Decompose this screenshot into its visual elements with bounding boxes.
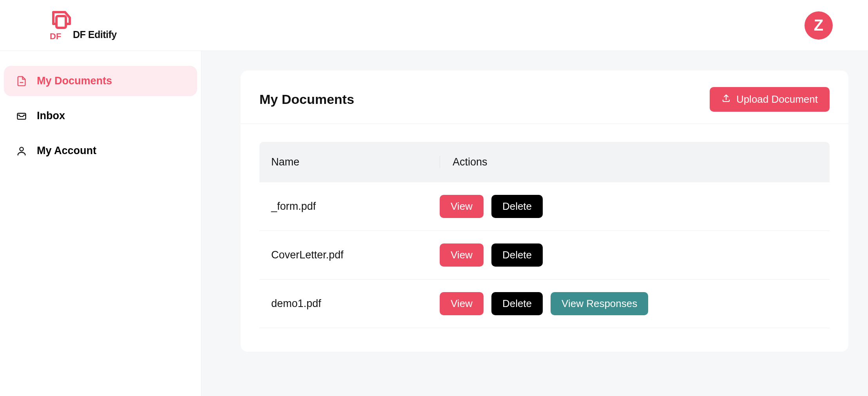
table-row: CoverLetter.pdf View Delete (259, 231, 830, 280)
table-head: Name Actions (259, 142, 830, 182)
sidebar-item-my-account[interactable]: My Account (4, 136, 197, 166)
document-name: _form.pdf (271, 200, 440, 213)
documents-table: Name Actions _form.pdf View Delete Cover… (259, 142, 830, 328)
view-button[interactable]: View (440, 195, 484, 218)
svg-rect-0 (56, 16, 66, 28)
panel-header: My Documents Upload Document (241, 71, 848, 124)
inbox-icon (16, 111, 27, 122)
brand-logo[interactable]: DF DF Editify (48, 10, 117, 41)
document-name: CoverLetter.pdf (271, 249, 440, 261)
svg-text:DF: DF (50, 31, 61, 41)
avatar-initial: Z (814, 16, 823, 34)
table-row: _form.pdf View Delete (259, 182, 830, 231)
view-button[interactable]: View (440, 292, 484, 315)
documents-panel: My Documents Upload Document Nam (241, 71, 848, 352)
sidebar-item-inbox[interactable]: Inbox (4, 101, 197, 131)
delete-button[interactable]: Delete (491, 292, 543, 315)
column-header-name: Name (271, 156, 440, 168)
brand-text: DF Editify (73, 29, 117, 40)
sidebar-item-label: My Account (37, 145, 96, 157)
avatar[interactable]: Z (805, 11, 833, 40)
row-actions: View Delete (440, 243, 818, 267)
user-icon (16, 145, 27, 156)
svg-point-4 (20, 147, 23, 151)
top-header: DF DF Editify Z (0, 0, 868, 51)
body-area: My Documents Inbox My Account (0, 51, 868, 396)
document-name: demo1.pdf (271, 298, 440, 310)
pdf-logo-icon: DF (48, 10, 72, 41)
upload-document-button[interactable]: Upload Document (710, 87, 830, 112)
delete-button[interactable]: Delete (491, 243, 543, 267)
page-title: My Documents (259, 92, 354, 107)
row-actions: View Delete (440, 195, 818, 218)
sidebar-item-label: My Documents (37, 75, 112, 87)
sidebar: My Documents Inbox My Account (0, 51, 201, 396)
upload-button-label: Upload Document (736, 93, 818, 105)
table-row: demo1.pdf View Delete View Responses (259, 280, 830, 328)
sidebar-item-my-documents[interactable]: My Documents (4, 66, 197, 96)
upload-icon (721, 93, 731, 105)
panel-body: Name Actions _form.pdf View Delete Cover… (241, 124, 848, 352)
view-button[interactable]: View (440, 243, 484, 267)
file-icon (16, 76, 27, 87)
main-area: My Documents Upload Document Nam (201, 51, 868, 396)
delete-button[interactable]: Delete (491, 195, 543, 218)
column-header-actions: Actions (440, 156, 818, 168)
sidebar-item-label: Inbox (37, 110, 65, 122)
view-responses-button[interactable]: View Responses (551, 292, 648, 315)
row-actions: View Delete View Responses (440, 292, 818, 315)
